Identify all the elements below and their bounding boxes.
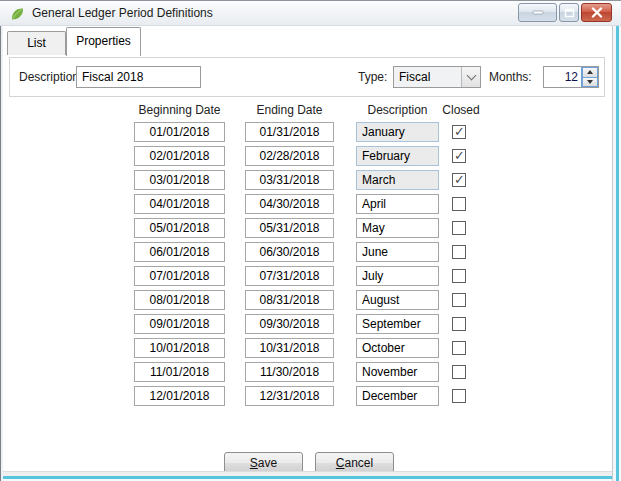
ending-date-input[interactable]: 03/31/2018 bbox=[245, 170, 334, 190]
months-spin-buttons bbox=[581, 67, 598, 87]
ending-date-input[interactable]: 01/31/2018 bbox=[245, 122, 334, 142]
beginning-date-input[interactable]: 02/01/2018 bbox=[134, 146, 225, 166]
arrow-down-icon bbox=[587, 80, 593, 84]
type-selected-value: Fiscal bbox=[394, 67, 461, 87]
closed-checkbox[interactable] bbox=[452, 293, 466, 307]
table-row: 08/01/2018 08/31/2018 August bbox=[0, 289, 621, 313]
period-description-input[interactable]: April bbox=[356, 194, 439, 214]
beginning-date-input[interactable]: 08/01/2018 bbox=[134, 290, 225, 310]
cancel-button-label: Cancel bbox=[336, 456, 373, 470]
spin-up-button[interactable] bbox=[582, 67, 598, 77]
type-select[interactable]: Fiscal bbox=[393, 66, 481, 88]
description-label: Description: bbox=[19, 58, 82, 96]
ending-date-input[interactable]: 11/30/2018 bbox=[245, 362, 334, 382]
period-description-input[interactable]: February bbox=[356, 146, 439, 166]
ending-date-input[interactable]: 08/31/2018 bbox=[245, 290, 334, 310]
save-button-label: Save bbox=[250, 456, 277, 470]
type-dropdown-button[interactable] bbox=[461, 67, 480, 87]
period-description-input[interactable]: January bbox=[356, 122, 439, 142]
period-description-input[interactable]: December bbox=[356, 386, 439, 406]
closed-checkbox[interactable] bbox=[452, 125, 466, 139]
spin-down-button[interactable] bbox=[582, 77, 598, 88]
table-row: 05/01/2018 05/31/2018 May bbox=[0, 217, 621, 241]
beginning-date-input[interactable]: 09/01/2018 bbox=[134, 314, 225, 334]
table-row: 04/01/2018 04/30/2018 April bbox=[0, 193, 621, 217]
close-button[interactable] bbox=[581, 3, 612, 22]
beginning-date-input[interactable]: 12/01/2018 bbox=[134, 386, 225, 406]
ending-date-input[interactable]: 12/31/2018 bbox=[245, 386, 334, 406]
period-description-input[interactable]: June bbox=[356, 242, 439, 262]
beginning-date-input[interactable]: 04/01/2018 bbox=[134, 194, 225, 214]
header-closed: Closed bbox=[432, 103, 490, 117]
table-row: 02/01/2018 02/28/2018 February bbox=[0, 145, 621, 169]
chevron-down-icon bbox=[466, 71, 476, 81]
minimize-button[interactable] bbox=[518, 3, 557, 22]
closed-checkbox[interactable] bbox=[452, 389, 466, 403]
period-description-input[interactable]: October bbox=[356, 338, 439, 358]
beginning-date-input[interactable]: 06/01/2018 bbox=[134, 242, 225, 262]
maximize-button[interactable] bbox=[559, 3, 579, 22]
ending-date-input[interactable]: 07/31/2018 bbox=[245, 266, 334, 286]
closed-checkbox[interactable] bbox=[452, 341, 466, 355]
table-row: 12/01/2018 12/31/2018 December bbox=[0, 385, 621, 409]
leaf-app-icon bbox=[9, 6, 25, 22]
closed-checkbox[interactable] bbox=[452, 317, 466, 331]
window-title: General Ledger Period Definitions bbox=[32, 1, 213, 26]
closed-checkbox[interactable] bbox=[452, 149, 466, 163]
period-rows: 01/01/2018 01/31/2018 January 02/01/2018… bbox=[0, 121, 621, 409]
window-frame-left bbox=[0, 0, 3, 481]
type-label: Type: bbox=[358, 58, 387, 96]
beginning-date-input[interactable]: 03/01/2018 bbox=[134, 170, 225, 190]
beginning-date-input[interactable]: 07/01/2018 bbox=[134, 266, 225, 286]
title-bar: General Ledger Period Definitions bbox=[0, 0, 621, 26]
ending-date-input[interactable]: 09/30/2018 bbox=[245, 314, 334, 334]
closed-checkbox[interactable] bbox=[452, 173, 466, 187]
period-description-input[interactable]: August bbox=[356, 290, 439, 310]
header-beginning-date: Beginning Date bbox=[124, 103, 235, 117]
table-row: 09/01/2018 09/30/2018 September bbox=[0, 313, 621, 337]
period-description-input[interactable]: November bbox=[356, 362, 439, 382]
beginning-date-input[interactable]: 05/01/2018 bbox=[134, 218, 225, 238]
dialog-window: General Ledger Period Definitions List P… bbox=[0, 0, 621, 481]
period-description-input[interactable]: March bbox=[356, 170, 439, 190]
table-row: 10/01/2018 10/31/2018 October bbox=[0, 337, 621, 361]
period-definition-groupbox: Description: Fiscal 2018 Type: Fiscal Mo… bbox=[9, 57, 605, 97]
arrow-up-icon bbox=[587, 70, 593, 74]
period-description-input[interactable]: May bbox=[356, 218, 439, 238]
window-frame-right bbox=[612, 0, 621, 481]
months-stepper[interactable]: 12 bbox=[543, 66, 599, 88]
months-value[interactable]: 12 bbox=[544, 67, 581, 87]
beginning-date-input[interactable]: 11/01/2018 bbox=[134, 362, 225, 382]
ending-date-input[interactable]: 05/31/2018 bbox=[245, 218, 334, 238]
table-row: 11/01/2018 11/30/2018 November bbox=[0, 361, 621, 385]
beginning-date-input[interactable]: 10/01/2018 bbox=[134, 338, 225, 358]
description-input[interactable]: Fiscal 2018 bbox=[76, 66, 201, 88]
ending-date-input[interactable]: 04/30/2018 bbox=[245, 194, 334, 214]
ending-date-input[interactable]: 10/31/2018 bbox=[245, 338, 334, 358]
closed-checkbox[interactable] bbox=[452, 245, 466, 259]
table-row: 06/01/2018 06/30/2018 June bbox=[0, 241, 621, 265]
ending-date-input[interactable]: 06/30/2018 bbox=[245, 242, 334, 262]
period-description-input[interactable]: September bbox=[356, 314, 439, 334]
tab-list[interactable]: List bbox=[7, 31, 66, 55]
ending-date-input[interactable]: 02/28/2018 bbox=[245, 146, 334, 166]
table-row: 07/01/2018 07/31/2018 July bbox=[0, 265, 621, 289]
tab-properties[interactable]: Properties bbox=[66, 27, 141, 56]
closed-checkbox[interactable] bbox=[452, 221, 466, 235]
table-row: 01/01/2018 01/31/2018 January bbox=[0, 121, 621, 145]
months-label: Months: bbox=[489, 58, 532, 96]
grid-header-row: Beginning Date Ending Date Description C… bbox=[0, 103, 621, 118]
beginning-date-input[interactable]: 01/01/2018 bbox=[134, 122, 225, 142]
header-ending-date: Ending Date bbox=[235, 103, 344, 117]
closed-checkbox[interactable] bbox=[452, 269, 466, 283]
closed-checkbox[interactable] bbox=[452, 365, 466, 379]
period-description-input[interactable]: July bbox=[356, 266, 439, 286]
closed-checkbox[interactable] bbox=[452, 197, 466, 211]
table-row: 03/01/2018 03/31/2018 March bbox=[0, 169, 621, 193]
window-frame-bottom bbox=[0, 471, 621, 481]
